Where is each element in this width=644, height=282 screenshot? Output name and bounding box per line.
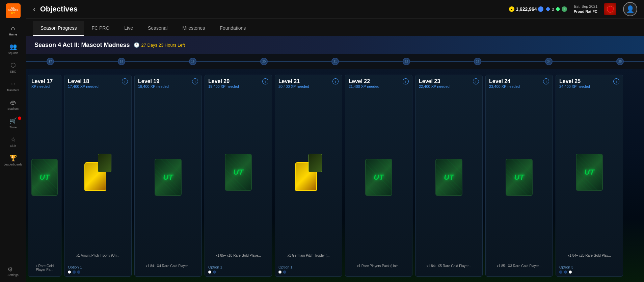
card-23-reward: UT: [419, 94, 479, 261]
card-17-xp: XP needed: [31, 84, 53, 88]
back-button[interactable]: ‹: [33, 5, 35, 13]
card-21-reward: [278, 94, 339, 250]
dot-1[interactable]: [278, 271, 281, 274]
node-circle-25: 25: [616, 58, 624, 65]
user-avatar[interactable]: 👤: [623, 2, 637, 16]
dot-2[interactable]: [213, 271, 216, 274]
card-19-pack: UT: [155, 159, 182, 196]
card-19-reward: UT: [138, 94, 198, 261]
sidebar-item-squads[interactable]: 👥 Squads: [0, 40, 26, 57]
card-19-info-button[interactable]: i: [192, 78, 198, 84]
trophy-player-card: [98, 154, 111, 172]
card-21-info-button[interactable]: i: [332, 78, 339, 84]
card-18-info-button[interactable]: i: [122, 78, 128, 84]
header: ‹ Objectives ● 1,622,964 + 0 + Est. Sep …: [26, 0, 644, 19]
track-node-18[interactable]: 18: [118, 58, 125, 65]
level-card-19[interactable]: Level 19 18,400 XP needed i UT x1 84+ X4…: [134, 75, 202, 277]
sidebar-item-stadium[interactable]: 🏟 Stadium: [0, 96, 26, 113]
track-node-20[interactable]: 20: [260, 58, 268, 65]
card-25-header: Level 25 24,400 XP needed i: [559, 78, 619, 91]
track-node-25[interactable]: 25: [616, 58, 624, 65]
est-block: Est. Sep 2021 Proud Rat FC: [574, 4, 597, 15]
card-25-dots: [559, 271, 619, 274]
dot-2[interactable]: [283, 271, 286, 274]
card-25-info-button[interactable]: i: [613, 78, 619, 84]
card-21-option: Option 1: [278, 265, 339, 269]
level-card-23[interactable]: Level 23 22,400 XP needed i UT x1 84+ X5…: [415, 75, 483, 277]
track-node-19[interactable]: 19: [189, 58, 196, 65]
dot-3[interactable]: [77, 271, 80, 274]
card-20-dots: [208, 271, 268, 274]
card-23-info-button[interactable]: i: [473, 78, 479, 84]
dot-2[interactable]: [564, 271, 567, 274]
level-card-22[interactable]: Level 22 21,400 XP needed i UT x1 Rare P…: [345, 75, 412, 277]
card-24-info-button[interactable]: i: [543, 78, 549, 84]
settings-icon: ⚙: [7, 266, 13, 273]
tab-foundations[interactable]: Foundations: [212, 21, 253, 36]
track-node-21[interactable]: 21: [331, 58, 339, 65]
store-notification-badge: [18, 117, 21, 120]
card-22-xp: 21,400 XP needed: [349, 84, 379, 88]
level-card-18[interactable]: Level 18 17,400 XP needed i x1 Amunt Pit…: [64, 75, 132, 277]
settings-button[interactable]: ⚙ Settings: [2, 260, 24, 282]
club-badge: [604, 3, 616, 15]
coins-value: 1,622,964: [516, 6, 537, 12]
sidebar-item-sbc[interactable]: ⬡ SBC: [0, 59, 26, 76]
track-node-23[interactable]: 23: [474, 58, 481, 65]
card-18-reward-label: x1 Amunt Pitch Trophy (Un...: [68, 254, 128, 263]
dot-1[interactable]: [68, 271, 71, 274]
card-25-name: Level 25: [559, 78, 590, 84]
card-17-header: Level 17 XP needed: [31, 78, 58, 91]
card-22-pack: UT: [365, 159, 392, 196]
sidebar-item-transfers[interactable]: ↔ Transfers: [0, 77, 26, 95]
level-card-24[interactable]: Level 24 23,400 XP needed i UT x1 85+ X3…: [485, 75, 553, 277]
sidebar-item-leaderboards[interactable]: 🏆 Leaderboards: [0, 152, 26, 169]
ut-logo: UT: [39, 173, 49, 182]
add-coins-button[interactable]: +: [538, 6, 543, 12]
stadium-icon: 🏟: [9, 99, 17, 106]
coin-icon: ●: [509, 6, 514, 12]
ut-logo: UT: [163, 173, 173, 182]
level-card-17[interactable]: Level 17 XP needed UT + Rare Gold Player…: [28, 75, 61, 277]
store-icon: 🛒: [9, 117, 17, 125]
sidebar-item-store[interactable]: 🛒 Store: [0, 114, 26, 132]
card-19-reward-label: x1 84+ X4 Rare Gold Player...: [138, 264, 198, 274]
dot-1[interactable]: [559, 271, 562, 274]
card-24-pack: UT: [506, 159, 533, 196]
transfers-icon: ↔: [9, 80, 17, 87]
dot-3[interactable]: [569, 271, 572, 274]
track-node-22[interactable]: 22: [403, 58, 410, 65]
track-node-24[interactable]: 24: [545, 58, 553, 65]
node-circle-22: 22: [403, 58, 410, 65]
add-pts-button[interactable]: +: [562, 6, 567, 12]
track-node-17[interactable]: 17: [47, 58, 54, 65]
card-22-info-button[interactable]: i: [403, 78, 409, 84]
card-20-info-button[interactable]: i: [262, 78, 268, 84]
card-22-name: Level 22: [349, 78, 379, 84]
level-card-21[interactable]: Level 21 20,400 XP needed i x1 Germain P…: [275, 75, 342, 277]
tab-milestones[interactable]: Milestones: [175, 21, 212, 36]
tab-live[interactable]: Live: [117, 21, 140, 36]
card-22-reward: UT: [349, 94, 409, 261]
dot-2[interactable]: [73, 271, 76, 274]
sidebar-item-home[interactable]: ⌂ Home: [0, 22, 26, 39]
card-17-reward-label: + Rare Gold Player Pa...: [31, 264, 58, 274]
node-circle-17: 17: [47, 58, 54, 65]
dot-1[interactable]: [208, 271, 211, 274]
tab-fc-pro[interactable]: FC PRO: [84, 21, 117, 36]
clock-icon: 🕐: [134, 42, 139, 48]
ut-logo: UT: [233, 168, 243, 177]
tab-season-progress[interactable]: Season Progress: [33, 21, 84, 36]
tab-seasonal[interactable]: Seasonal: [140, 21, 175, 36]
page-title: Objectives: [40, 5, 509, 14]
card-20-header: Level 20 19,400 XP needed i: [208, 78, 268, 91]
card-18-trophy: [84, 154, 111, 191]
card-23-name: Level 23: [419, 78, 450, 84]
level-card-20[interactable]: Level 20 19,400 XP needed i UT x1 85+ x1…: [205, 75, 272, 277]
card-19-xp: 18,400 XP needed: [138, 84, 169, 88]
sidebar-item-club[interactable]: ☆ Club: [0, 133, 26, 150]
level-card-25[interactable]: Level 25 24,400 XP needed i UT x1 84+ x2…: [556, 75, 623, 277]
club-icon: ☆: [9, 136, 17, 143]
card-18-xp: 17,400 XP needed: [68, 84, 99, 88]
node-circle-21: 21: [331, 58, 339, 65]
